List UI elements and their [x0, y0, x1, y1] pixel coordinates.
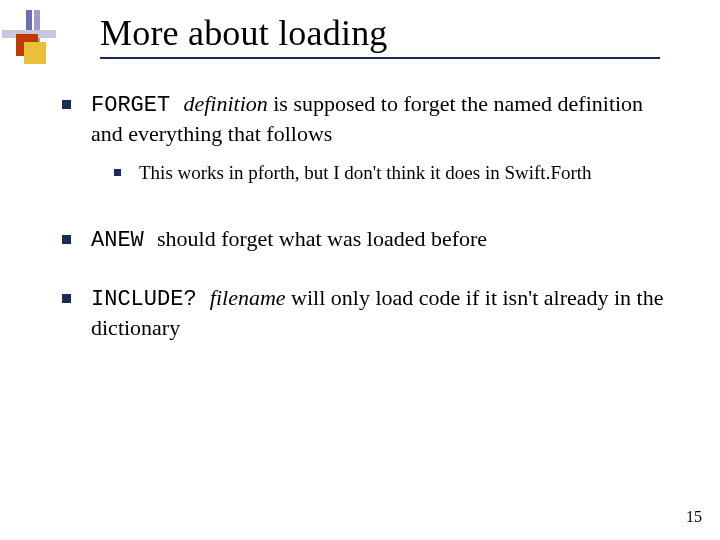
bullet-text: FORGET definition is supposed to forget … — [91, 90, 670, 147]
bullet-text: ANEW should forget what was loaded befor… — [91, 225, 670, 255]
content-area: FORGET definition is supposed to forget … — [62, 90, 670, 355]
text-span: should forget what was loaded before — [157, 226, 487, 251]
code-span: ANEW — [91, 228, 157, 253]
slide: More about loading FORGET definition is … — [0, 0, 720, 540]
page-title: More about loading — [100, 12, 660, 54]
bullet-icon — [62, 100, 71, 109]
list-item: INCLUDE? filename will only load code if… — [62, 284, 670, 341]
bullet-text: INCLUDE? filename will only load code if… — [91, 284, 670, 341]
bullet-icon — [62, 294, 71, 303]
bullet-text: This works in pforth, but I don't think … — [139, 161, 670, 185]
italic-span: filename — [210, 285, 286, 310]
list-item-sub: This works in pforth, but I don't think … — [114, 161, 670, 185]
bullet-icon — [114, 169, 121, 176]
code-span: INCLUDE? — [91, 287, 210, 312]
code-span: FORGET — [91, 93, 183, 118]
bullet-icon — [62, 235, 71, 244]
logo-decoration — [2, 10, 56, 54]
title-block: More about loading — [100, 12, 660, 59]
title-underline — [100, 57, 660, 59]
italic-span: definition — [183, 91, 267, 116]
page-number: 15 — [686, 508, 702, 526]
list-item: FORGET definition is supposed to forget … — [62, 90, 670, 147]
list-item: ANEW should forget what was loaded befor… — [62, 225, 670, 255]
